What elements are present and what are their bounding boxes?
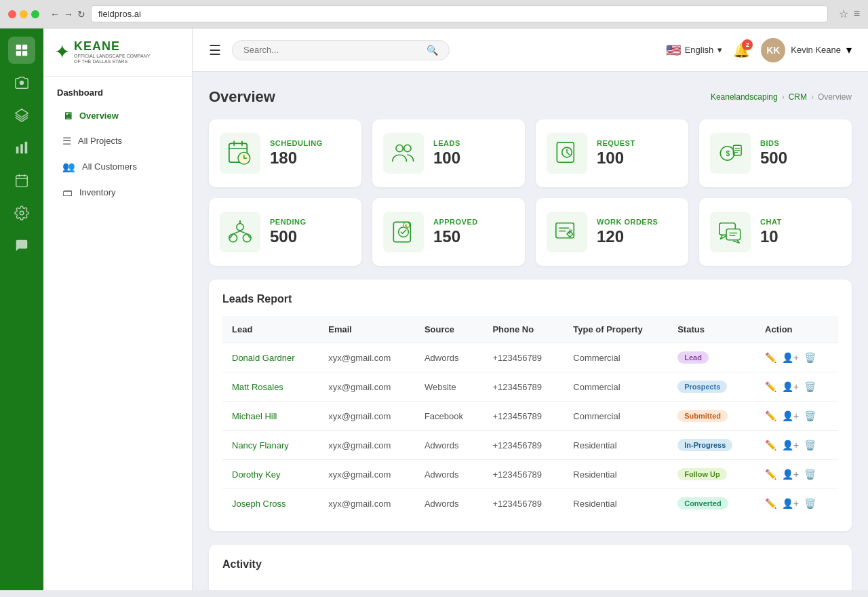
lead-name-link-3[interactable]: Nancy Flanary xyxy=(232,440,289,450)
cell-status-3: In-Progress xyxy=(668,431,755,460)
delete-button-3[interactable]: 🗑️ xyxy=(804,440,816,450)
stat-value-bids: 500 xyxy=(760,149,787,168)
assign-user-button-3[interactable]: 👤+ xyxy=(782,440,799,450)
stat-icon-pending xyxy=(220,212,260,252)
stat-icon-workorders xyxy=(547,212,587,252)
cell-action-2: ✏️ 👤+ 🗑️ xyxy=(755,402,838,431)
edit-button-0[interactable]: ✏️ xyxy=(765,352,776,363)
activity-title: Activity xyxy=(222,558,838,571)
svg-point-4 xyxy=(20,81,24,85)
delete-button-4[interactable]: 🗑️ xyxy=(804,469,816,480)
cell-email-0: xyx@gmail.com xyxy=(319,343,415,372)
url-bar[interactable]: fieldpros.ai xyxy=(91,5,828,22)
breadcrumb-crm[interactable]: CRM xyxy=(789,92,807,102)
edit-button-1[interactable]: ✏️ xyxy=(765,381,776,392)
cell-status-4: Follow Up xyxy=(668,460,755,489)
edit-button-2[interactable]: ✏️ xyxy=(765,410,776,421)
sidebar-item-all-projects[interactable]: ☰ All Projects xyxy=(49,129,186,153)
notification-button[interactable]: 🔔 2 xyxy=(733,42,750,58)
delete-button-0[interactable]: 🗑️ xyxy=(804,352,816,363)
assign-user-button-0[interactable]: 👤+ xyxy=(782,352,799,363)
browser-chrome: ← → ↻ fieldpros.ai ☆ ≡ xyxy=(0,0,868,28)
cell-lead-name-0: Donald Gardner xyxy=(222,343,319,372)
sidebar-icon-camera[interactable] xyxy=(8,69,35,96)
app-container: ✦ KEANE OFFICIAL LANDSCAPE COMPANYOF THE… xyxy=(0,28,868,590)
stat-card-pending[interactable]: PENDING 500 xyxy=(209,198,361,266)
refresh-button[interactable]: ↻ xyxy=(77,9,85,20)
logo-subtitle: OFFICIAL LANDSCAPE COMPANYOF THE DALLAS … xyxy=(74,54,150,65)
edit-button-4[interactable]: ✏️ xyxy=(765,469,776,480)
cell-status-5: Converted xyxy=(668,489,755,518)
col-action: Action xyxy=(755,316,838,343)
sidebar-icon-chart[interactable] xyxy=(8,134,35,161)
stat-card-chat[interactable]: CHAT 10 xyxy=(699,198,852,266)
stat-label-approved: APPROVED xyxy=(433,218,478,226)
assign-user-button-1[interactable]: 👤+ xyxy=(782,381,799,392)
stat-card-request[interactable]: REQUEST 100 xyxy=(536,119,688,187)
status-badge-3: In-Progress xyxy=(677,439,732,451)
user-profile[interactable]: KK Kevin Keane ▾ xyxy=(761,38,852,62)
svg-rect-7 xyxy=(20,145,23,154)
stat-info-pending: PENDING 500 xyxy=(270,218,307,246)
stat-card-workorders[interactable]: WORK ORDERS 120 xyxy=(536,198,688,266)
cell-action-3: ✏️ 👤+ 🗑️ xyxy=(755,431,838,460)
cell-status-2: Submitted xyxy=(668,402,755,431)
back-button[interactable]: ← xyxy=(50,9,60,20)
sidebar-icon-chat[interactable] xyxy=(8,232,35,259)
cell-source-1: Website xyxy=(415,372,483,402)
cell-phone-1: +123456789 xyxy=(483,372,564,402)
cell-property-2: Commercial xyxy=(564,402,668,431)
language-label: English xyxy=(685,45,714,55)
stat-card-bids[interactable]: $ BIDS 500 xyxy=(699,119,852,187)
table-row: Donald Gardner xyx@gmail.com Adwords +12… xyxy=(222,343,838,372)
edit-button-3[interactable]: ✏️ xyxy=(765,440,776,450)
browser-nav[interactable]: ← → ↻ xyxy=(50,9,85,20)
lead-name-link-4[interactable]: Dorothy Key xyxy=(232,469,281,480)
cell-lead-name-4: Dorothy Key xyxy=(222,460,319,489)
cell-action-1: ✏️ 👤+ 🗑️ xyxy=(755,372,838,402)
breadcrumb-overview: Overview xyxy=(818,92,852,102)
lead-name-link-2[interactable]: Michael Hill xyxy=(232,411,277,421)
edit-button-5[interactable]: ✏️ xyxy=(765,498,776,509)
lead-name-link-0[interactable]: Donald Gardner xyxy=(232,353,295,363)
col-phone: Phone No xyxy=(483,316,564,343)
breadcrumb-keanelandscaping[interactable]: Keanelandscaping xyxy=(711,92,778,102)
action-buttons-1: ✏️ 👤+ 🗑️ xyxy=(765,381,829,392)
cell-action-4: ✏️ 👤+ 🗑️ xyxy=(755,460,838,489)
cell-lead-name-3: Nancy Flanary xyxy=(222,431,319,460)
sidebar-item-inventory[interactable]: 🗃 Inventory xyxy=(49,180,186,204)
delete-button-2[interactable]: 🗑️ xyxy=(804,410,816,421)
sidebar-icon-calendar[interactable] xyxy=(8,167,35,194)
search-input[interactable] xyxy=(243,45,421,55)
cell-email-5: xyx@gmail.com xyxy=(319,489,415,518)
forward-button[interactable]: → xyxy=(64,9,73,20)
language-selector[interactable]: 🇺🇸 English ▾ xyxy=(666,43,723,58)
sidebar-icon-dashboard[interactable] xyxy=(8,37,35,64)
stat-card-leads[interactable]: LEADS 100 xyxy=(372,119,525,187)
cell-source-0: Adwords xyxy=(415,343,483,372)
sidebar-item-all-customers[interactable]: 👥 All Customers xyxy=(49,155,186,179)
delete-button-1[interactable]: 🗑️ xyxy=(804,381,816,392)
sidebar-icon-layers[interactable] xyxy=(8,102,35,129)
stat-info-leads: LEADS 100 xyxy=(433,139,460,168)
stat-label-pending: PENDING xyxy=(270,218,307,226)
assign-user-button-5[interactable]: 👤+ xyxy=(782,498,799,509)
leads-report-title: Leads Report xyxy=(222,293,838,305)
sidebar-item-overview[interactable]: 🖥 Overview xyxy=(49,104,186,128)
stat-card-scheduling[interactable]: SCHEDULING 180 xyxy=(209,119,361,187)
stat-label-chat: CHAT xyxy=(760,218,782,226)
svg-text:$: $ xyxy=(726,150,730,157)
cell-property-3: Residential xyxy=(564,431,668,460)
delete-button-5[interactable]: 🗑️ xyxy=(804,498,816,509)
stat-value-chat: 10 xyxy=(760,227,782,246)
lead-name-link-1[interactable]: Matt Rosales xyxy=(232,382,283,392)
logo-name: KEANE xyxy=(74,39,150,54)
hamburger-button[interactable]: ☰ xyxy=(209,42,221,58)
stat-card-approved[interactable]: $ APPROVED 150 xyxy=(372,198,525,266)
action-buttons-3: ✏️ 👤+ 🗑️ xyxy=(765,440,829,450)
lead-name-link-5[interactable]: Joseph Cross xyxy=(232,499,285,509)
maximize-dot xyxy=(31,10,39,18)
assign-user-button-2[interactable]: 👤+ xyxy=(782,410,799,421)
sidebar-icon-settings[interactable] xyxy=(8,199,35,227)
assign-user-button-4[interactable]: 👤+ xyxy=(782,469,799,480)
